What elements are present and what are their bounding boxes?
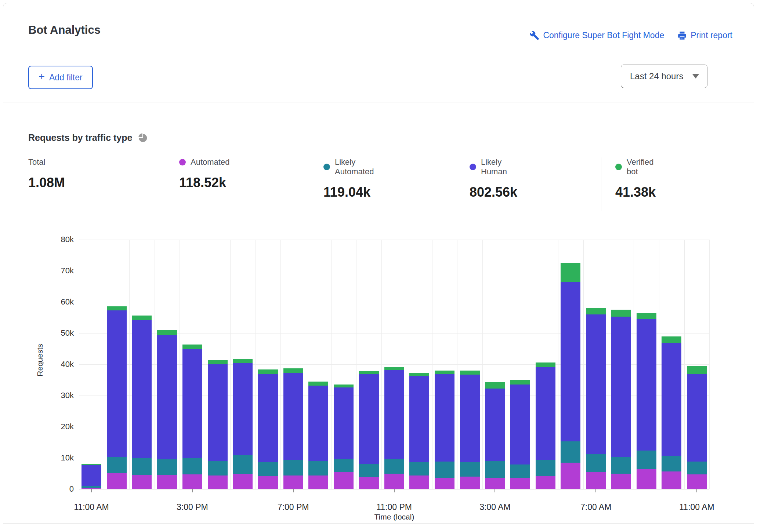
segment-verified_bot <box>258 369 278 374</box>
segment-likely_human <box>586 314 606 454</box>
print-report-link[interactable]: Print report <box>677 30 732 40</box>
segment-automated <box>435 478 454 489</box>
segment-likely_human <box>208 364 228 461</box>
header-links: Configure Super Bot Fight Mode Print rep… <box>530 30 732 40</box>
bar-24-11-00-AM[interactable] <box>687 366 707 489</box>
bar-5-4-00-PM[interactable] <box>208 360 228 489</box>
segment-verified_bot <box>611 310 631 317</box>
segment-likely_human <box>107 310 127 457</box>
segment-verified_bot <box>208 360 228 364</box>
legend-dot <box>615 164 622 170</box>
segment-verified_bot <box>687 366 707 374</box>
gridline-v <box>129 240 130 489</box>
gridline-v <box>583 240 584 489</box>
stat-divider <box>601 157 601 211</box>
bar-6-5-00-PM[interactable] <box>233 359 253 489</box>
segment-automated <box>662 471 681 489</box>
bar-17-4-00-AM[interactable] <box>510 380 530 489</box>
segment-verified_bot <box>308 382 328 386</box>
segment-likely_automated <box>182 458 202 474</box>
chevron-down-icon <box>692 74 699 79</box>
x-tick <box>495 489 495 492</box>
bar-1-12-00-PM[interactable] <box>107 306 127 489</box>
bar-13-12-00-AM[interactable] <box>409 373 429 489</box>
x-axis-label-11-00-AM: 11:00 AM <box>62 502 121 512</box>
section-title: Requests by traffic type <box>28 132 132 143</box>
header-divider <box>3 102 754 102</box>
stat-label: Automated <box>191 157 229 167</box>
bar-15-2-00-AM[interactable] <box>460 371 480 489</box>
segment-automated <box>157 475 177 489</box>
bar-10-9-00-PM[interactable] <box>334 385 354 489</box>
y-axis-label-50k: 50k <box>36 328 74 338</box>
bar-23-10-00-AM[interactable] <box>662 336 681 489</box>
bar-22-9-00-AM[interactable] <box>637 313 656 489</box>
bar-9-8-00-PM[interactable] <box>308 382 328 489</box>
gridline-v <box>659 240 659 489</box>
gridline-v <box>533 240 533 489</box>
bar-4-3-00-PM[interactable] <box>182 345 202 489</box>
bar-12-11-00-PM[interactable] <box>384 367 404 489</box>
segment-likely_human <box>283 373 303 460</box>
analytics-card: Bot Analytics Configure Super Bot Fight … <box>3 3 754 532</box>
bar-20-7-00-AM[interactable] <box>586 308 606 489</box>
bar-7-6-00-PM[interactable] <box>258 369 278 489</box>
stat-verified-bot: Verified bot41.38k <box>615 157 656 200</box>
gridline-v <box>104 240 104 489</box>
segment-likely_automated <box>132 458 152 475</box>
segment-verified_bot <box>662 336 681 343</box>
segment-likely_human <box>308 386 328 461</box>
segment-automated <box>334 472 354 489</box>
segment-verified_bot <box>384 367 404 370</box>
bar-21-8-00-AM[interactable] <box>611 310 631 489</box>
bar-16-3-00-AM[interactable] <box>485 382 505 489</box>
bar-19-6-00-AM[interactable] <box>561 263 580 489</box>
bar-3-2-00-PM[interactable] <box>157 330 177 489</box>
segment-verified_bot <box>132 316 152 321</box>
segment-automated <box>132 475 152 489</box>
segment-likely_automated <box>561 441 580 463</box>
bar-2-1-00-PM[interactable] <box>132 316 152 489</box>
segment-likely_human <box>334 387 354 459</box>
gridline-v <box>356 240 356 489</box>
y-axis-label-0: 0 <box>36 484 74 494</box>
bar-14-1-00-AM[interactable] <box>435 371 454 489</box>
card-bottom-divider <box>3 524 754 524</box>
segment-likely_human <box>561 282 580 441</box>
segment-automated <box>561 463 580 489</box>
add-filter-label: Add filter <box>49 73 83 83</box>
segment-verified_bot <box>561 263 580 282</box>
segment-likely_human <box>409 376 429 462</box>
segment-likely_human <box>132 320 152 458</box>
segment-verified_bot <box>283 368 303 373</box>
gridline-h-60k <box>79 302 709 302</box>
printer-icon <box>677 31 687 40</box>
bar-8-7-00-PM[interactable] <box>283 368 303 489</box>
gridline-v <box>331 240 332 489</box>
gridline-v <box>609 240 609 489</box>
segment-likely_human <box>435 374 454 462</box>
segment-automated <box>611 474 631 489</box>
y-axis-label-70k: 70k <box>36 266 74 276</box>
time-range-dropdown[interactable]: Last 24 hours <box>621 65 707 88</box>
segment-likely_human <box>182 349 202 458</box>
segment-automated <box>359 477 379 489</box>
gridline-v <box>457 240 457 489</box>
segment-verified_bot <box>510 380 530 385</box>
gridline-v <box>709 240 710 489</box>
segment-likely_automated <box>485 461 505 478</box>
gridline-v <box>180 240 180 489</box>
y-axis-label-20k: 20k <box>36 422 74 431</box>
segment-likely_automated <box>409 462 429 476</box>
configure-super-bot-fight-mode-link[interactable]: Configure Super Bot Fight Mode <box>530 30 664 40</box>
wrench-icon <box>530 31 539 40</box>
add-filter-button[interactable]: + Add filter <box>28 66 93 89</box>
segment-automated <box>258 476 278 489</box>
bar-11-10-00-PM[interactable] <box>359 371 379 489</box>
segment-likely_automated <box>258 462 278 476</box>
segment-likely_automated <box>107 457 127 473</box>
bar-0-11-00-AM[interactable] <box>82 464 101 489</box>
bar-18-5-00-AM[interactable] <box>536 362 555 489</box>
stat-label: Likely Human <box>481 157 517 176</box>
x-tick <box>293 489 294 492</box>
